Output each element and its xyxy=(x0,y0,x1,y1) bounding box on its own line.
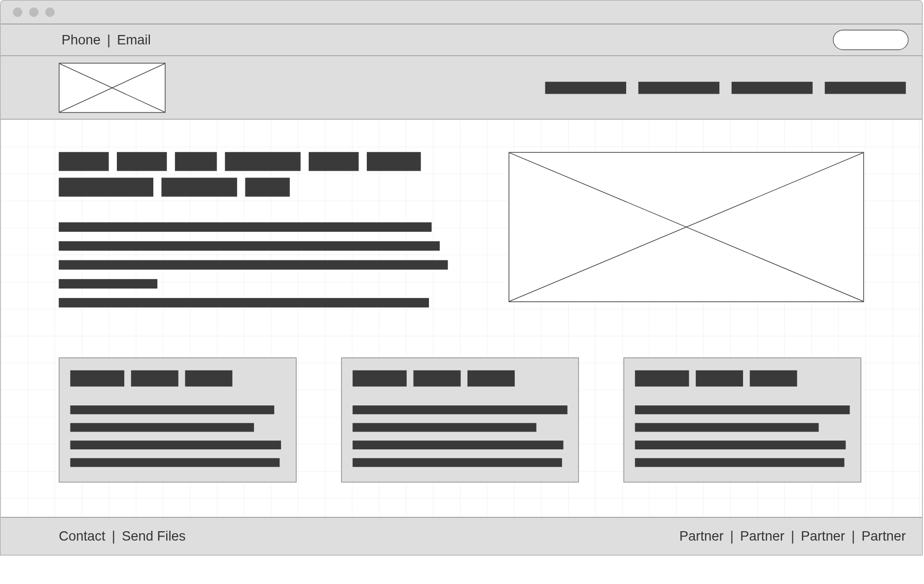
window-close-dot[interactable] xyxy=(13,7,22,17)
body-line-4 xyxy=(59,298,429,307)
hero-section xyxy=(59,152,864,307)
card-body-line-0 xyxy=(635,405,850,414)
hero-headline xyxy=(59,152,448,196)
window-maximize-dot[interactable] xyxy=(45,7,55,17)
partner-link-0[interactable]: Partner xyxy=(679,528,724,543)
headline-word-1 xyxy=(117,152,167,171)
main-navbar xyxy=(0,56,922,120)
phone-link[interactable]: Phone xyxy=(62,32,101,47)
headline-word-7 xyxy=(161,178,237,196)
card-body-line-1 xyxy=(70,423,254,432)
hero-body-text xyxy=(59,222,448,308)
footer-send-files-link[interactable]: Send Files xyxy=(122,528,185,543)
headline-word-2 xyxy=(175,152,217,171)
top-utility-bar: Phone | Email xyxy=(0,24,922,56)
card-title-word-0 xyxy=(70,370,124,387)
card-body-line-1 xyxy=(353,423,536,432)
body-line-3 xyxy=(59,279,157,289)
card-title xyxy=(353,370,568,387)
page-content xyxy=(0,119,922,517)
separator: | xyxy=(107,32,110,47)
card-title-word-2 xyxy=(750,370,797,387)
card-body-line-3 xyxy=(635,458,845,467)
partner-link-3[interactable]: Partner xyxy=(861,528,906,543)
card-title-word-1 xyxy=(696,370,743,387)
card-title-word-0 xyxy=(635,370,689,387)
card-body-line-0 xyxy=(353,405,568,414)
separator: | xyxy=(112,528,115,543)
separator: | xyxy=(726,528,737,543)
headline-word-0 xyxy=(59,152,108,171)
card-title-word-2 xyxy=(185,370,232,387)
nav-links xyxy=(545,81,906,94)
window-minimize-dot[interactable] xyxy=(29,7,38,17)
card-title-word-2 xyxy=(467,370,515,387)
placeholder-x-icon xyxy=(60,63,165,112)
card-title-word-0 xyxy=(353,370,407,387)
card-title-word-1 xyxy=(413,370,461,387)
headline-word-3 xyxy=(225,152,300,171)
body-line-2 xyxy=(59,260,448,269)
card-body-line-2 xyxy=(70,440,281,449)
card-body-line-2 xyxy=(353,440,563,449)
feature-card-1[interactable] xyxy=(341,358,579,482)
body-line-0 xyxy=(59,222,431,232)
footer-contact-link[interactable]: Contact xyxy=(59,528,105,543)
separator: | xyxy=(848,528,858,543)
hero-text-column xyxy=(59,152,448,307)
card-body-line-2 xyxy=(635,440,846,449)
headline-word-6 xyxy=(59,178,153,196)
contact-links: Phone | Email xyxy=(62,32,151,48)
headline-word-4 xyxy=(309,152,358,171)
nav-link-2[interactable] xyxy=(732,81,813,94)
browser-window: Phone | Email xyxy=(0,0,923,555)
feature-cards-row xyxy=(59,358,864,482)
placeholder-x-icon xyxy=(509,153,863,301)
headline-word-5 xyxy=(367,152,421,171)
card-title-word-1 xyxy=(131,370,178,387)
partner-link-2[interactable]: Partner xyxy=(801,528,845,543)
partner-link-1[interactable]: Partner xyxy=(740,528,784,543)
card-title xyxy=(70,370,285,387)
window-titlebar xyxy=(0,0,922,24)
headline-word-8 xyxy=(245,178,289,196)
card-body-line-1 xyxy=(635,423,819,432)
nav-link-0[interactable] xyxy=(545,81,626,94)
nav-link-1[interactable] xyxy=(639,81,719,94)
nav-link-3[interactable] xyxy=(825,81,906,94)
body-line-1 xyxy=(59,241,440,251)
card-body xyxy=(353,405,568,467)
feature-card-0[interactable] xyxy=(59,358,296,482)
footer-partner-links: Partner | Partner | Partner | Partner xyxy=(679,528,906,544)
card-body xyxy=(70,405,285,467)
card-body-line-3 xyxy=(353,458,562,467)
separator: | xyxy=(787,528,798,543)
email-link[interactable]: Email xyxy=(117,32,151,47)
footer-bar: Contact | Send Files Partner | Partner |… xyxy=(0,517,922,555)
card-body-line-0 xyxy=(70,405,274,414)
logo-image-placeholder[interactable] xyxy=(59,63,165,112)
cta-pill-button[interactable] xyxy=(833,30,908,50)
card-body-line-3 xyxy=(70,458,280,467)
footer-left-links: Contact | Send Files xyxy=(59,528,185,544)
hero-image-placeholder xyxy=(509,152,864,302)
card-title xyxy=(635,370,850,387)
feature-card-2[interactable] xyxy=(624,358,861,482)
card-body xyxy=(635,405,850,467)
